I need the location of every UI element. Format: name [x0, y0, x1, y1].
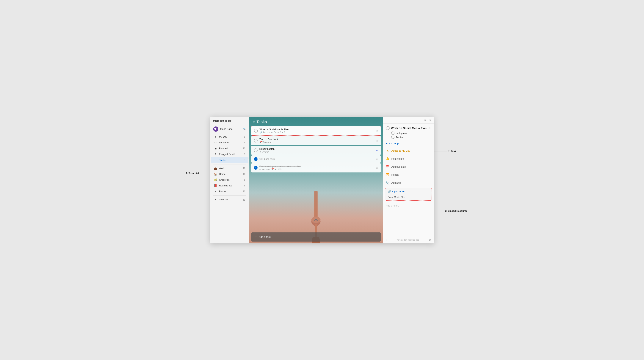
groceries-icon: 🥑: [214, 179, 217, 181]
detail-section-duedate[interactable]: 📅 Add due date: [383, 163, 434, 171]
sidebar-item-work[interactable]: 💼 Work 12: [211, 166, 248, 171]
task-sub-count: 0 of 2: [280, 131, 285, 133]
tasks-content: ⌂ Tasks Work on Social Media Plan 🔗 Jira…: [249, 117, 383, 243]
detail-subtasks: Instagram Twitter: [383, 131, 434, 140]
task-item[interactable]: ✓ Call back mum ☆: [251, 155, 381, 163]
sidebar-item-tasks[interactable]: ⌂ Tasks 5: [211, 157, 248, 163]
minimize-button[interactable]: –: [418, 118, 422, 122]
sidebar-item-readinglist[interactable]: 📕 Reading list 5: [211, 183, 248, 188]
file-icon: 📎: [386, 181, 390, 184]
myday-section-label: Added to My Day: [392, 149, 410, 152]
detail-section-repeat[interactable]: 🔁 Repeat: [383, 171, 434, 179]
user-row: MK Mona Kane 🔍: [210, 124, 249, 134]
task-sub: 📅 Tomorrow: [260, 141, 374, 143]
add-step-label: Add steps: [389, 142, 400, 145]
detail-footer: › Created 16 minutes ago 🗑: [383, 236, 434, 243]
task-sub-myday: ☀ My Day: [260, 151, 269, 153]
close-button[interactable]: ✕: [428, 118, 432, 122]
sidebar-item-places[interactable]: ≡ Places 22: [211, 189, 248, 194]
sidebar-item-label: Important: [219, 141, 242, 144]
add-task-label: Add a task: [259, 235, 271, 238]
search-icon[interactable]: 🔍: [243, 128, 246, 131]
task-star[interactable]: ★: [376, 149, 378, 152]
add-icon: +: [255, 235, 257, 239]
new-list-icon[interactable]: ⊞: [243, 198, 246, 201]
user-name: Mona Kane: [220, 128, 241, 130]
task-text-block: Work on Social Media Plan 🔗 Jira • ☀ My …: [260, 128, 374, 134]
sidebar-item-label: Home: [219, 173, 241, 176]
subtask-circle[interactable]: [391, 132, 394, 135]
repeat-label: Repeat: [392, 174, 399, 176]
sidebar-item-home[interactable]: 🏠 Home 10: [211, 171, 248, 177]
task-circle[interactable]: [254, 129, 258, 133]
footer-nav-button[interactable]: ›: [386, 238, 387, 242]
nav-divider: [213, 164, 246, 165]
detail-subtask: Twitter: [391, 136, 431, 139]
task-circle-completed[interactable]: ✓: [254, 157, 258, 161]
sidebar-item-flaggedemail[interactable]: ⚑ Flagged Email 5: [211, 151, 248, 157]
add-task-button[interactable]: + Add a task: [251, 232, 381, 242]
sidebar-item-count: 5: [244, 179, 246, 181]
task-main-text: Repair Laptop: [260, 148, 374, 150]
myday-section-icon: ☀: [386, 149, 390, 153]
task-star[interactable]: ☆: [376, 139, 378, 142]
task-item[interactable]: ✓ Finish work proposal and send to clien…: [251, 163, 381, 173]
task-star[interactable]: ☆: [376, 129, 378, 132]
task-sub: ✉ Message 📅 April 13: [260, 168, 374, 171]
detail-section-remind[interactable]: 🔔 Remind me: [383, 155, 434, 163]
sidebar-item-count: 5: [244, 153, 246, 156]
task-sub-myday: ☀ My Day: [268, 131, 278, 134]
add-icon: +: [214, 198, 217, 201]
task-item[interactable]: Repair Laptop ☀ My Day ★: [251, 146, 381, 155]
sidebar-item-count: 8: [244, 136, 246, 138]
detail-subtask: Instagram: [391, 132, 431, 135]
open-in-jira-button[interactable]: 🔗 Open in Jira: [385, 188, 432, 195]
subtask-circle[interactable]: [391, 136, 394, 139]
sidebar-item-count: 5: [244, 159, 245, 162]
delete-button[interactable]: 🗑: [428, 238, 431, 241]
sidebar-item-newlist[interactable]: + New list ⊞: [211, 197, 248, 203]
task-sub-jira: 🔗 Jira: [260, 131, 266, 134]
created-timestamp: Created 16 minutes ago: [388, 239, 428, 241]
sidebar-item-myday[interactable]: ☀ My Day 8: [211, 134, 248, 140]
sidebar-item-groceries[interactable]: 🥑 Groceries 5: [211, 177, 248, 183]
maximize-button[interactable]: □: [423, 118, 427, 122]
sidebar-item-label: Reading list: [219, 184, 242, 187]
sidebar-item-label: Work: [219, 167, 241, 170]
task-item[interactable]: Work on Social Media Plan 🔗 Jira • ☀ My …: [251, 126, 381, 136]
detail-title: Work on Social Media Plan: [391, 127, 427, 130]
sidebar: Microsoft To-Do MK Mona Kane 🔍 ☀ My Day …: [210, 117, 249, 243]
detail-title-row: Work on Social Media Plan ☆: [383, 124, 434, 131]
tasks-panel: ⌂ Tasks Work on Social Media Plan 🔗 Jira…: [249, 117, 383, 243]
task-main-text: Zero to One book: [260, 138, 374, 141]
detail-title-circle[interactable]: [386, 126, 390, 130]
tasks-header-icon: ⌂: [253, 120, 255, 124]
annotation-linked-resource: 3. Linked Resource: [429, 209, 468, 212]
jira-link-icon: 🔗: [388, 190, 391, 193]
detail-star[interactable]: ☆: [428, 126, 431, 130]
task-star[interactable]: ☆: [376, 166, 378, 170]
sidebar-item-label: Tasks: [219, 159, 242, 162]
task-star[interactable]: ☆: [376, 157, 378, 161]
task-item[interactable]: Zero to One book 📅 Tomorrow ☆: [251, 136, 381, 145]
task-main-text: Call back mum: [260, 158, 374, 160]
myday-icon: ☀: [214, 135, 217, 138]
note-field[interactable]: Add a note...: [383, 202, 434, 236]
task-circle-completed[interactable]: ✓: [254, 166, 258, 170]
task-circle[interactable]: [254, 139, 258, 143]
work-icon: 💼: [214, 167, 217, 170]
remind-label: Remind me: [392, 157, 404, 160]
sidebar-item-label: Planned: [219, 147, 241, 150]
detail-section-myday[interactable]: ☀ Added to My Day: [383, 147, 434, 155]
home-icon: 🏠: [214, 173, 217, 176]
linked-resource-name: Socia Media Plan: [385, 195, 432, 200]
task-sub-msg: ✉ Message: [260, 168, 270, 171]
detail-section-file[interactable]: 📎 Add a file: [383, 179, 434, 187]
task-circle[interactable]: [254, 149, 258, 152]
sidebar-item-important[interactable]: ☆ Important 5: [211, 140, 248, 146]
sidebar-item-count: 10: [243, 147, 245, 150]
subtask-text: Instagram: [396, 132, 407, 135]
add-step-button[interactable]: + Add steps: [383, 140, 434, 147]
sidebar-item-planned[interactable]: ⊞ Planned 10: [211, 146, 248, 151]
file-label: Add a file: [392, 181, 402, 184]
